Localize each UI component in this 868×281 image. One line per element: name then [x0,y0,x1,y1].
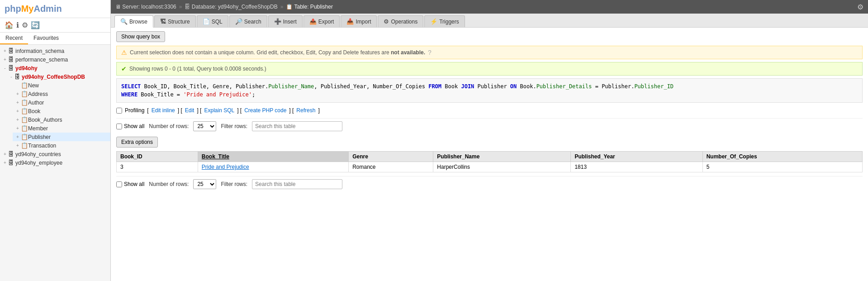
tree-table-book[interactable]: + 📋 Book [13,107,110,115]
bottom-table-controls: Show all Number of rows: 25 10 50 100 25… [116,176,863,192]
cell-book-id: 3 [117,162,198,172]
col-book-title[interactable]: Book_Title [198,152,348,162]
tree-db-yd94ohy[interactable]: - 🗄 yd94ohy [0,64,110,72]
sidebar: phpMyAdmin 🏠 ℹ ⚙ 🔄 Recent Favourites + 🗄… [0,0,111,281]
rows-select[interactable]: 25 10 50 100 250 [193,121,216,131]
explain-sql-link[interactable]: Explain SQL [204,107,234,114]
tree-db-yd94ohy-employee[interactable]: + 🗄 yd94ohy_employee [0,158,110,167]
extra-options-button[interactable]: Extra options [116,137,158,148]
home-icon[interactable]: 🏠 [5,21,14,29]
db-label: yd94ohy_CoffeeShopDB [22,74,85,80]
sql-join: JOIN [461,83,474,90]
search-icon: 🔎 [235,18,242,25]
tab-export[interactable]: 📤 Export [304,15,340,27]
table-icon: 📋 [21,99,28,106]
sql-where: WHERE [121,91,138,98]
tab-favourites[interactable]: Favourites [28,33,64,44]
tab-operations[interactable]: ⚙ Operations [378,15,423,27]
breadcrumb-server[interactable]: 🖥 Server: localhost:3306 [115,4,176,10]
profiling-checkbox[interactable] [116,108,122,114]
table-icon: 📋 [21,125,28,132]
help-icon[interactable]: ? [428,49,432,56]
book-title-link[interactable]: Pride and Prejudice [202,164,249,170]
tab-sql[interactable]: 📄 SQL [197,15,228,27]
table-label: Member [28,125,48,132]
info-icon[interactable]: ℹ [16,21,19,29]
success-text: Showing rows 0 - 0 (1 total, Query took … [129,66,266,72]
sidebar-icons: 🏠 ℹ ⚙ 🔄 [0,18,110,33]
tab-triggers[interactable]: ⚡ Triggers [424,15,465,27]
sql-on-text: Book. [520,83,536,90]
table-label: Book_Authors [28,117,62,123]
expand-icon: + [14,117,21,122]
expand-icon: + [14,143,21,148]
structure-icon: 🏗 [160,18,166,25]
refresh-icon[interactable]: 🔄 [31,21,40,29]
rows-label: Number of rows: [149,123,189,129]
tree-table-address[interactable]: + 📋 Address [13,90,110,98]
create-php-link[interactable]: Create PHP code [244,107,286,114]
table-row: 3 Pride and Prejudice Romance HarperColl… [117,162,863,172]
insert-icon: ➕ [274,18,281,25]
export-icon: 📤 [309,18,317,25]
tab-structure[interactable]: 🏗 Structure [154,15,196,27]
tree-table-new[interactable]: 📋 New [13,81,110,90]
breadcrumb-database[interactable]: 🗄 Database: yd94ohy_CoffeeShopDB [185,4,277,10]
show-query-box-button[interactable]: Show query box [116,31,165,42]
expand-icon: - [2,66,8,71]
db-label: yd94ohy_countries [15,151,61,157]
tree-table-transaction[interactable]: + 📋 Transaction [13,141,110,150]
tree-db-information-schema[interactable]: + 🗄 information_schema [0,47,110,55]
sql-publisher-name: Publisher_Name [268,83,314,90]
sql-icon: 📄 [203,18,210,25]
tree-table-book-authors[interactable]: + 📋 Book_Authors [13,115,110,124]
tree-table-member[interactable]: + 📋 Member [13,124,110,133]
tab-search[interactable]: 🔎 Search [229,15,267,27]
cell-publisher-name: HarperCollins [433,162,571,172]
bottom-show-all-label[interactable]: Show all [116,181,144,187]
tree-db-yd94ohy-countries[interactable]: + 🗄 yd94ohy_countries [0,150,110,158]
refresh-link[interactable]: Refresh [296,107,315,114]
col-book-id[interactable]: Book_ID [117,152,198,162]
tree-db-coffeeshopdb[interactable]: - 🗄 yd94ohy_CoffeeShopDB [6,72,110,81]
success-icon: ✔ [121,65,127,72]
settings-icon[interactable]: ⚙ [22,21,28,29]
top-table-controls: Show all Number of rows: 25 10 50 100 25… [116,118,863,134]
filter-input[interactable] [252,121,342,131]
tab-browse[interactable]: 🔍 Browse [114,15,153,28]
tab-insert[interactable]: ➕ Insert [268,15,303,27]
sep3: ] [ [237,107,242,114]
col-published-year[interactable]: Published_Year [571,152,702,162]
gear-icon[interactable]: ⚙ [857,3,863,11]
col-genre[interactable]: Genre [349,152,433,162]
sql-columns: Book_ID, Book_Title, Genre, Publisher. [144,83,269,90]
expand-icon: + [2,160,8,165]
show-all-label[interactable]: Show all [116,123,144,129]
phpmyadmin-logo: phpMyAdmin [5,4,62,14]
bottom-show-all-checkbox[interactable] [116,181,122,187]
col-number-of-copies[interactable]: Number_Of_Copies [702,152,862,162]
tree-db-performance-schema[interactable]: + 🗄 performance_schema [0,55,110,64]
sql-from-text: Book [445,83,461,90]
edit-inline-link[interactable]: Edit inline [152,107,175,114]
sql-cols2: , Published_Year, Number_Of_Copies [314,83,428,90]
table-label: Publisher [28,134,51,140]
main-panel: 🖥 Server: localhost:3306 » 🗄 Database: y… [111,0,868,281]
col-publisher-name[interactable]: Publisher_Name [433,152,571,162]
table-icon: 📋 [21,133,28,140]
edit-link[interactable]: Edit [185,107,194,114]
cell-book-title: Pride and Prejudice [198,162,348,172]
tree-area: + 🗄 information_schema + 🗄 performance_s… [0,45,110,281]
show-all-checkbox[interactable] [116,124,122,129]
tab-import[interactable]: 📥 Import [341,15,377,27]
db-icon: 🗄 [8,56,15,63]
tab-recent[interactable]: Recent [0,33,28,44]
bottom-filter-input[interactable] [252,179,342,189]
table-icon: 📋 [21,108,28,114]
table-icon: 📋 [21,116,28,123]
db-icon: 🗄 [14,73,22,80]
tree-table-author[interactable]: + 📋 Author [13,98,110,107]
bottom-rows-select[interactable]: 25 10 50 100 250 [193,179,216,189]
logo-area: phpMyAdmin [0,0,110,18]
tree-table-publisher[interactable]: + 📋 Publisher [13,133,110,141]
